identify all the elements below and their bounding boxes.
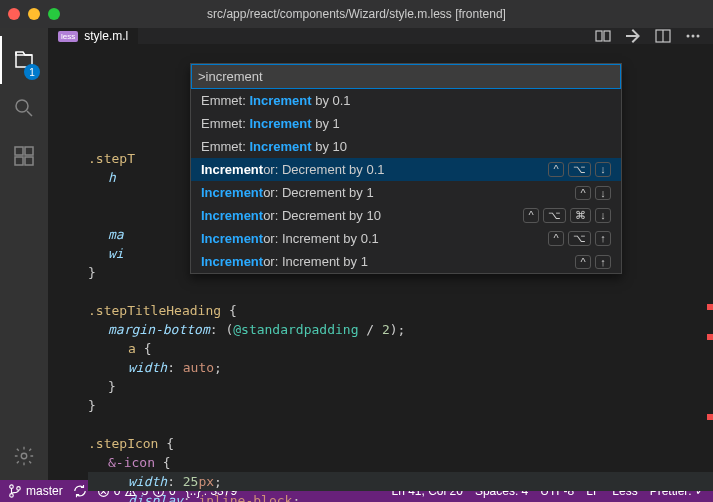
extensions-icon[interactable]	[0, 132, 48, 180]
close-window-button[interactable]	[8, 8, 20, 20]
command-palette: Emmet: Increment by 0.1Emmet: Increment …	[190, 63, 622, 274]
tab-label: style.m.l	[84, 29, 128, 43]
code-line: a {	[88, 339, 713, 358]
svg-rect-2	[15, 147, 23, 155]
svg-rect-8	[604, 31, 610, 41]
svg-rect-3	[25, 147, 33, 155]
activity-bar: 1	[0, 28, 48, 480]
settings-icon[interactable]	[0, 432, 48, 480]
svg-rect-7	[596, 31, 602, 41]
command-palette-item[interactable]: Incrementor: Increment by 1^↑	[191, 250, 621, 273]
code-line: width: auto;	[88, 358, 713, 377]
code-line: .stepIcon {	[88, 434, 713, 453]
svg-point-13	[697, 35, 700, 38]
minimize-window-button[interactable]	[28, 8, 40, 20]
svg-point-16	[17, 487, 21, 491]
command-palette-item[interactable]: Incrementor: Decrement by 1^↓	[191, 181, 621, 204]
explorer-icon[interactable]: 1	[0, 36, 48, 84]
svg-point-15	[10, 494, 14, 498]
split-editor-icon[interactable]	[655, 28, 671, 44]
more-actions-icon[interactable]	[685, 28, 701, 44]
svg-point-0	[16, 100, 28, 112]
code-line: display: inline-block;	[88, 491, 713, 502]
file-lang-badge: less	[58, 31, 78, 42]
window-title: src/app/react/components/Wizard/style.m.…	[207, 7, 506, 21]
code-line: }	[88, 377, 713, 396]
svg-point-12	[692, 35, 695, 38]
code-line: }	[88, 396, 713, 415]
command-palette-input[interactable]	[191, 64, 621, 89]
svg-point-11	[687, 35, 690, 38]
command-palette-item[interactable]: Emmet: Increment by 10	[191, 135, 621, 158]
open-changes-icon[interactable]	[625, 28, 641, 44]
code-line: .stepTitleHeading {	[88, 301, 713, 320]
svg-line-1	[27, 111, 32, 116]
svg-point-14	[10, 485, 14, 489]
code-line: margin-bottom: (@standardpadding / 2);	[88, 320, 713, 339]
keybinding: ^↓	[575, 186, 611, 200]
titlebar: src/app/react/components/Wizard/style.m.…	[0, 0, 713, 28]
svg-rect-4	[15, 157, 23, 165]
maximize-window-button[interactable]	[48, 8, 60, 20]
code-line	[88, 282, 713, 301]
tab-style-less[interactable]: less style.m.l	[48, 28, 139, 44]
code-line	[88, 415, 713, 434]
code-line: &-icon {	[88, 453, 713, 472]
svg-rect-5	[25, 157, 33, 165]
command-palette-item[interactable]: Incrementor: Decrement by 10^⌥⌘↓	[191, 204, 621, 227]
svg-point-6	[21, 453, 27, 459]
command-palette-item[interactable]: Incrementor: Decrement by 0.1^⌥↓	[191, 158, 621, 181]
search-icon[interactable]	[0, 84, 48, 132]
compare-changes-icon[interactable]	[595, 28, 611, 44]
explorer-badge: 1	[24, 64, 40, 80]
keybinding: ^⌥⌘↓	[523, 208, 611, 223]
command-palette-list: Emmet: Increment by 0.1Emmet: Increment …	[191, 89, 621, 273]
code-line: width: 25px;	[88, 472, 713, 491]
keybinding: ^↑	[575, 255, 611, 269]
tab-bar: less style.m.l	[48, 28, 713, 44]
keybinding: ^⌥↑	[548, 231, 611, 246]
command-palette-item[interactable]: Emmet: Increment by 0.1	[191, 89, 621, 112]
command-palette-item[interactable]: Emmet: Increment by 1	[191, 112, 621, 135]
command-palette-item[interactable]: Incrementor: Increment by 0.1^⌥↑	[191, 227, 621, 250]
keybinding: ^⌥↓	[548, 162, 611, 177]
